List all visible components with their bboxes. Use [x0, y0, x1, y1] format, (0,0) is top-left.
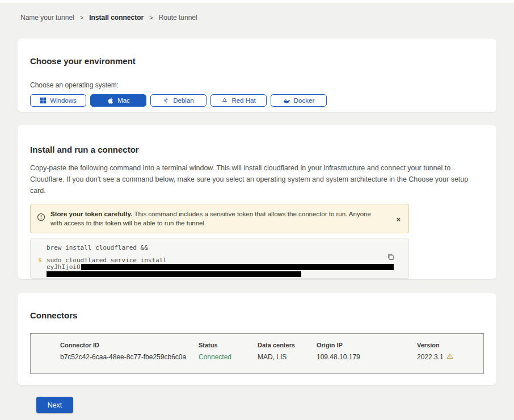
os-button-label: Red Hat: [231, 97, 255, 104]
status-badge: Connected: [199, 353, 258, 361]
token-prefix-text: eyJhIjoiO: [47, 264, 81, 271]
page-content: Choose your environment Choose an operat…: [0, 39, 514, 413]
os-button-redhat[interactable]: Red Hat: [210, 94, 267, 107]
os-button-label: Docker: [294, 97, 314, 104]
code-text: sudo cloudflared service install: [47, 257, 167, 264]
os-button-group: Windows Mac Debian Red Hat: [30, 94, 484, 107]
code-line-brew: brew install cloudflared &&: [38, 245, 401, 251]
os-button-label: Debian: [173, 97, 193, 104]
debian-icon: [163, 97, 170, 104]
shell-prompt: $: [38, 257, 47, 264]
breadcrumb-separator: >: [80, 14, 83, 21]
connectors-card-title: Connectors: [30, 310, 484, 320]
install-card-title: Install and run a connector: [30, 145, 484, 154]
environment-card-title: Choose your environment: [30, 56, 484, 66]
breadcrumb: Name your tunnel > Install connector > R…: [0, 3, 514, 22]
windows-icon: [40, 97, 47, 104]
connectors-table: Connector ID Status Data centers Origin …: [30, 333, 484, 374]
choose-environment-card: Choose your environment Choose an operat…: [18, 39, 496, 112]
token-warning-text: Store your token carefully. This command…: [50, 209, 390, 228]
install-description: Copy-paste the following command into a …: [30, 162, 480, 196]
breadcrumb-step-name-tunnel[interactable]: Name your tunnel: [20, 14, 74, 22]
version-number: 2022.3.1: [417, 353, 444, 361]
close-icon[interactable]: ×: [395, 215, 402, 224]
next-button[interactable]: Next: [36, 397, 73, 413]
code-line-token-continued: [38, 271, 401, 277]
column-header-origin-ip: Origin IP: [317, 342, 417, 348]
warning-triangle-icon: [446, 353, 453, 361]
os-button-debian[interactable]: Debian: [150, 94, 207, 107]
token-warning-banner: Store your token carefully. This command…: [30, 204, 409, 233]
version-value: 2022.3.1: [417, 353, 483, 361]
code-text: brew install cloudflared &&: [47, 245, 148, 251]
docker-icon: [283, 97, 290, 104]
alert-circle-icon: [37, 213, 45, 224]
install-connector-card: Install and run a connector Copy-paste t…: [18, 125, 496, 279]
install-command-code-block: brew install cloudflared && $ sudo cloud…: [30, 238, 409, 279]
redacted-token-bar: [81, 264, 394, 270]
column-header-version: Version: [417, 342, 483, 348]
os-button-windows[interactable]: Windows: [30, 94, 86, 107]
os-select-label: Choose an operating system:: [30, 81, 484, 89]
data-centers-value: MAD, LIS: [258, 353, 317, 361]
origin-ip-value: 109.48.10.179: [317, 353, 417, 361]
connectors-card: Connectors Connector ID Status Data cent…: [18, 293, 496, 385]
column-header-connector-id: Connector ID: [60, 342, 199, 348]
breadcrumb-separator: >: [149, 14, 153, 21]
redacted-token-bar: [47, 271, 301, 277]
token-warning-title: Store your token carefully.: [50, 211, 134, 217]
column-header-data-centers: Data centers: [258, 342, 317, 348]
connectors-table-header: Connector ID Status Data centers Origin …: [60, 342, 483, 348]
copy-icon[interactable]: [386, 252, 396, 264]
breadcrumb-step-install-connector[interactable]: Install connector: [89, 14, 144, 22]
code-line-token: eyJhIjoiO: [38, 264, 401, 271]
os-button-label: Windows: [50, 97, 77, 104]
column-header-status: Status: [199, 342, 258, 348]
code-line-sudo: $ sudo cloudflared service install: [38, 257, 401, 264]
os-button-mac[interactable]: Mac: [90, 94, 146, 107]
table-row: b7c52c42-6caa-48ee-8c77-fbe259cb6c0a Con…: [60, 353, 483, 361]
connector-id-value: b7c52c42-6caa-48ee-8c77-fbe259cb6c0a: [60, 353, 199, 361]
os-button-docker[interactable]: Docker: [271, 94, 327, 107]
redhat-icon: [221, 97, 228, 104]
os-button-label: Mac: [117, 97, 130, 104]
apple-icon: [107, 97, 114, 104]
breadcrumb-step-route-tunnel[interactable]: Route tunnel: [159, 14, 197, 22]
